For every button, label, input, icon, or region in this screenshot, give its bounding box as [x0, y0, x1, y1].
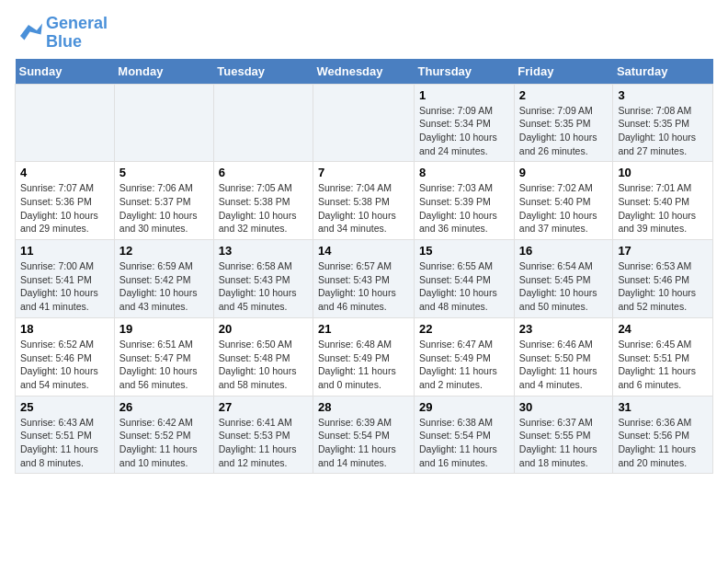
day-info: Sunrise: 7:00 AM Sunset: 5:41 PM Dayligh… [20, 259, 109, 314]
calendar-cell: 22Sunrise: 6:47 AM Sunset: 5:49 PM Dayli… [415, 317, 515, 396]
page-header: General Blue [15, 15, 713, 52]
day-info: Sunrise: 7:03 AM Sunset: 5:39 PM Dayligh… [419, 181, 509, 236]
header-tuesday: Tuesday [213, 59, 313, 85]
header-sunday: Sunday [16, 59, 115, 85]
week-row-5: 25Sunrise: 6:43 AM Sunset: 5:51 PM Dayli… [16, 396, 713, 474]
logo: General Blue [15, 15, 108, 52]
day-info: Sunrise: 6:41 AM Sunset: 5:53 PM Dayligh… [219, 416, 308, 470]
header-saturday: Saturday [613, 59, 713, 85]
day-info: Sunrise: 6:47 AM Sunset: 5:49 PM Dayligh… [419, 338, 509, 392]
week-row-1: 1Sunrise: 7:09 AM Sunset: 5:34 PM Daylig… [16, 84, 713, 162]
svg-marker-0 [20, 23, 42, 40]
calendar-cell: 11Sunrise: 7:00 AM Sunset: 5:41 PM Dayli… [16, 240, 115, 318]
day-number: 19 [119, 322, 209, 336]
day-info: Sunrise: 7:05 AM Sunset: 5:38 PM Dayligh… [219, 181, 308, 236]
day-info: Sunrise: 7:09 AM Sunset: 5:34 PM Dayligh… [419, 104, 509, 158]
day-number: 8 [419, 166, 509, 179]
day-number: 29 [419, 400, 509, 414]
day-number: 27 [219, 400, 308, 414]
day-number: 24 [618, 322, 708, 336]
header-wednesday: Wednesday [313, 59, 415, 85]
day-info: Sunrise: 7:08 AM Sunset: 5:35 PM Dayligh… [618, 104, 708, 158]
calendar-cell [213, 84, 313, 162]
calendar-cell: 15Sunrise: 6:55 AM Sunset: 5:44 PM Dayli… [415, 240, 515, 318]
day-number: 6 [219, 166, 308, 179]
calendar-cell [114, 84, 213, 162]
day-info: Sunrise: 7:06 AM Sunset: 5:37 PM Dayligh… [119, 181, 209, 236]
day-info: Sunrise: 6:36 AM Sunset: 5:56 PM Dayligh… [618, 416, 708, 470]
calendar-cell: 30Sunrise: 6:37 AM Sunset: 5:55 PM Dayli… [514, 396, 613, 474]
day-number: 13 [219, 244, 308, 258]
week-row-3: 11Sunrise: 7:00 AM Sunset: 5:41 PM Dayli… [16, 240, 713, 318]
calendar-cell: 3Sunrise: 7:08 AM Sunset: 5:35 PM Daylig… [613, 84, 713, 162]
day-info: Sunrise: 6:46 AM Sunset: 5:50 PM Dayligh… [519, 338, 609, 392]
day-info: Sunrise: 6:48 AM Sunset: 5:49 PM Dayligh… [318, 338, 409, 392]
day-number: 31 [618, 400, 708, 414]
day-number: 1 [419, 88, 509, 102]
logo-text: General Blue [46, 15, 108, 52]
day-info: Sunrise: 7:09 AM Sunset: 5:35 PM Dayligh… [519, 104, 609, 158]
day-info: Sunrise: 6:52 AM Sunset: 5:46 PM Dayligh… [20, 338, 109, 392]
week-row-2: 4Sunrise: 7:07 AM Sunset: 5:36 PM Daylig… [16, 162, 713, 240]
calendar-cell: 14Sunrise: 6:57 AM Sunset: 5:43 PM Dayli… [313, 240, 415, 318]
calendar-cell: 6Sunrise: 7:05 AM Sunset: 5:38 PM Daylig… [213, 162, 313, 240]
header-friday: Friday [514, 59, 613, 85]
calendar-cell: 31Sunrise: 6:36 AM Sunset: 5:56 PM Dayli… [613, 396, 713, 474]
day-number: 23 [519, 322, 609, 336]
day-number: 14 [318, 244, 409, 258]
calendar-cell: 1Sunrise: 7:09 AM Sunset: 5:34 PM Daylig… [415, 84, 515, 162]
calendar-cell: 10Sunrise: 7:01 AM Sunset: 5:40 PM Dayli… [613, 162, 713, 240]
calendar-cell [313, 84, 415, 162]
logo-icon [15, 22, 42, 44]
day-number: 7 [318, 166, 409, 179]
day-info: Sunrise: 6:43 AM Sunset: 5:51 PM Dayligh… [20, 416, 109, 470]
calendar-cell: 2Sunrise: 7:09 AM Sunset: 5:35 PM Daylig… [514, 84, 613, 162]
calendar-cell: 19Sunrise: 6:51 AM Sunset: 5:47 PM Dayli… [114, 317, 213, 396]
day-number: 17 [618, 244, 708, 258]
calendar-cell: 29Sunrise: 6:38 AM Sunset: 5:54 PM Dayli… [415, 396, 515, 474]
day-number: 21 [318, 322, 409, 336]
day-info: Sunrise: 6:58 AM Sunset: 5:43 PM Dayligh… [219, 259, 308, 314]
day-number: 10 [618, 166, 708, 179]
day-info: Sunrise: 7:01 AM Sunset: 5:40 PM Dayligh… [618, 181, 708, 236]
day-info: Sunrise: 6:51 AM Sunset: 5:47 PM Dayligh… [119, 338, 209, 392]
calendar-cell: 16Sunrise: 6:54 AM Sunset: 5:45 PM Dayli… [514, 240, 613, 318]
calendar-cell: 8Sunrise: 7:03 AM Sunset: 5:39 PM Daylig… [415, 162, 515, 240]
day-number: 16 [519, 244, 609, 258]
day-number: 28 [318, 400, 409, 414]
calendar-cell: 18Sunrise: 6:52 AM Sunset: 5:46 PM Dayli… [16, 317, 115, 396]
calendar-cell: 13Sunrise: 6:58 AM Sunset: 5:43 PM Dayli… [213, 240, 313, 318]
calendar-cell: 23Sunrise: 6:46 AM Sunset: 5:50 PM Dayli… [514, 317, 613, 396]
calendar-cell: 24Sunrise: 6:45 AM Sunset: 5:51 PM Dayli… [613, 317, 713, 396]
calendar-cell: 12Sunrise: 6:59 AM Sunset: 5:42 PM Dayli… [114, 240, 213, 318]
day-info: Sunrise: 6:55 AM Sunset: 5:44 PM Dayligh… [419, 259, 509, 314]
day-info: Sunrise: 6:45 AM Sunset: 5:51 PM Dayligh… [618, 338, 708, 392]
day-number: 15 [419, 244, 509, 258]
calendar-cell: 21Sunrise: 6:48 AM Sunset: 5:49 PM Dayli… [313, 317, 415, 396]
day-number: 22 [419, 322, 509, 336]
calendar-cell: 7Sunrise: 7:04 AM Sunset: 5:38 PM Daylig… [313, 162, 415, 240]
day-info: Sunrise: 6:37 AM Sunset: 5:55 PM Dayligh… [519, 416, 609, 470]
calendar-cell: 20Sunrise: 6:50 AM Sunset: 5:48 PM Dayli… [213, 317, 313, 396]
day-number: 11 [20, 244, 109, 258]
day-info: Sunrise: 6:54 AM Sunset: 5:45 PM Dayligh… [519, 259, 609, 314]
calendar-cell: 5Sunrise: 7:06 AM Sunset: 5:37 PM Daylig… [114, 162, 213, 240]
day-number: 9 [519, 166, 609, 179]
day-info: Sunrise: 6:57 AM Sunset: 5:43 PM Dayligh… [318, 259, 409, 314]
day-number: 3 [618, 88, 708, 102]
day-number: 25 [20, 400, 109, 414]
day-info: Sunrise: 6:50 AM Sunset: 5:48 PM Dayligh… [219, 338, 308, 392]
day-number: 20 [219, 322, 308, 336]
day-number: 26 [119, 400, 209, 414]
day-number: 2 [519, 88, 609, 102]
week-row-4: 18Sunrise: 6:52 AM Sunset: 5:46 PM Dayli… [16, 317, 713, 396]
calendar-cell: 28Sunrise: 6:39 AM Sunset: 5:54 PM Dayli… [313, 396, 415, 474]
day-number: 30 [519, 400, 609, 414]
day-info: Sunrise: 7:07 AM Sunset: 5:36 PM Dayligh… [20, 181, 109, 236]
day-info: Sunrise: 6:53 AM Sunset: 5:46 PM Dayligh… [618, 259, 708, 314]
day-info: Sunrise: 6:59 AM Sunset: 5:42 PM Dayligh… [119, 259, 209, 314]
day-info: Sunrise: 6:42 AM Sunset: 5:52 PM Dayligh… [119, 416, 209, 470]
calendar-cell: 25Sunrise: 6:43 AM Sunset: 5:51 PM Dayli… [16, 396, 115, 474]
calendar-cell: 26Sunrise: 6:42 AM Sunset: 5:52 PM Dayli… [114, 396, 213, 474]
day-number: 12 [119, 244, 209, 258]
